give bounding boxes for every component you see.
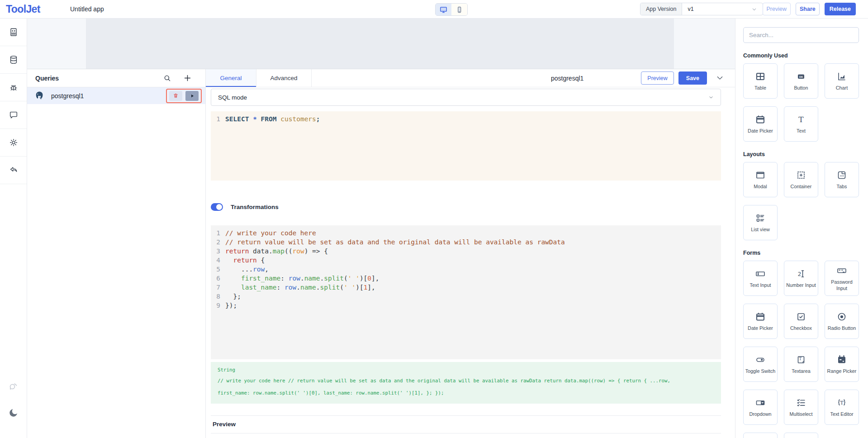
preview-section-title: Preview [211,416,721,433]
sidebar-item-pages[interactable] [0,19,27,46]
widget-label: Dropdown [749,411,771,417]
widget-card-radio-button[interactable]: Radio Button [825,304,859,339]
result-text-line: // write your code here // return value … [218,375,714,387]
widget-card-toggle-switch[interactable]: Toggle Switch [743,347,778,382]
widget-label: Date Picker [748,325,773,331]
line-number: 7 [211,283,225,292]
widget-label: Tabs [837,184,847,190]
text-icon: T [796,114,806,125]
transformation-code-editor[interactable]: 1// write your code here2// return value… [211,225,721,359]
widget-card-chart[interactable]: Chart [825,63,859,99]
tooljet-logo[interactable]: ToolJet [6,3,40,15]
code-line: 4 return { [211,256,721,265]
dark-mode-moon-icon[interactable] [8,407,19,418]
widget-card-password-input[interactable]: ** Password Input [825,261,859,296]
widget-label: Text Input [750,282,771,288]
code-line: 2// return value will be set as data and… [211,238,721,247]
code-line: 3return data.map((row) => { [211,247,721,256]
sidebar-item-comments[interactable] [0,101,27,129]
sidebar-bottom-actions [0,382,27,438]
line-number: 3 [211,247,225,256]
widget-card-number-input[interactable]: 2 Number Input [784,261,818,296]
settings-icon [9,138,19,148]
widget-grid: Table OK Button Chart Date Picker T Text [743,63,859,142]
query-save-button[interactable]: Save [678,71,707,85]
button-icon: OK [796,71,806,82]
query-name-field[interactable]: postgresql1 [551,75,583,82]
canvas-margin-right [674,19,735,69]
svg-text:**: ** [838,268,843,273]
share-button[interactable]: Share [796,3,820,15]
widget-card-date-picker[interactable]: Date Picker [743,106,778,142]
desktop-toggle-button[interactable] [436,4,451,15]
device-toggle [435,3,468,16]
textarea-icon: T [796,354,806,365]
app-title[interactable]: Untitled app [70,5,104,13]
chevron-down-icon [751,6,757,12]
transformations-toggle[interactable] [211,203,223,211]
debugger-icon [9,82,19,92]
widget-card-modal[interactable]: Modal [743,162,778,197]
widget-grid: Text Input 2 Number Input ** Password In… [743,261,859,425]
widget-card-star-rating[interactable] [743,433,778,438]
radiobutton-icon [836,311,847,322]
tab-advanced[interactable]: Advanced [256,69,312,87]
widget-card-button[interactable]: OK Button [784,63,818,99]
code-line: 1SELECT * FROM customers; [211,114,721,124]
run-query-button[interactable] [185,91,199,101]
code-line: 1// write your code here [211,229,721,238]
sidebar-item-database[interactable] [0,46,27,74]
dropdown-icon [755,397,766,408]
mobile-toggle-button[interactable] [451,4,467,15]
release-button[interactable]: Release [825,3,856,15]
canvas-area[interactable] [86,19,674,69]
collapse-panel-chevron-icon[interactable] [716,74,724,82]
widget-label: Checkbox [790,325,812,331]
code-line: 7 last_name: row.name.split(' ')[1], [211,283,721,292]
widget-card-textarea[interactable]: T Textarea [784,347,818,382]
widget-label: Number Input [786,282,816,288]
widget-card-text-editor[interactable]: T Text Editor [825,390,859,425]
section-title-layouts: Layouts [743,151,859,157]
sidebar-item-settings[interactable] [0,129,27,157]
app-version-label: App Version [640,3,682,15]
widget-card-list-view[interactable]: List view [743,205,778,240]
table-icon [755,71,766,82]
query-list-item[interactable]: postgresql1 [27,87,205,104]
widget-card-date-picker-form[interactable]: Date Picker [743,304,778,339]
texteditor-icon: T [836,397,847,408]
widget-card-multiselect[interactable]: Multiselect [784,390,818,425]
widget-card-container[interactable]: Container [784,162,818,197]
search-icon[interactable] [163,74,171,82]
version-select[interactable]: v1 [682,3,763,15]
chat-icon[interactable] [8,382,19,393]
delete-query-button[interactable] [169,91,182,101]
svg-text:T: T [840,400,844,406]
widget-search-input[interactable] [749,32,853,38]
result-type-label: String [218,366,714,375]
widget-card-text[interactable]: T Text [784,106,818,142]
widget-card-range-picker[interactable]: Range Picker [825,347,859,382]
widget-card-tabs[interactable]: Tabs [825,162,859,197]
tab-general[interactable]: General [206,69,256,87]
sidebar-item-undo[interactable] [0,157,27,184]
plus-icon[interactable] [183,74,192,82]
sql-mode-select[interactable]: SQL mode [211,89,721,106]
app-preview-button[interactable]: Preview [763,3,791,15]
sql-mode-value: SQL mode [218,94,247,101]
widget-card-text-input[interactable]: Text Input [743,261,778,296]
query-preview-button[interactable]: Preview [641,71,674,85]
widget-card-checkbox[interactable]: Checkbox [784,304,818,339]
annotation-highlight-box [166,89,202,103]
line-number: 2 [211,238,225,247]
main-column: Queries postgresql1 [27,19,735,438]
line-number: 9 [211,301,225,310]
widget-card-file-picker[interactable] [784,433,818,438]
sidebar-item-debugger[interactable] [0,74,27,101]
sql-code-editor[interactable]: 1SELECT * FROM customers; [211,111,721,181]
queries-header: Queries [27,69,205,87]
query-editor-header: General Advanced postgresql1 Preview Sav… [206,69,735,87]
widget-card-dropdown[interactable]: Dropdown [743,390,778,425]
widget-card-table[interactable]: Table [743,63,778,99]
widget-search-box [743,27,859,43]
